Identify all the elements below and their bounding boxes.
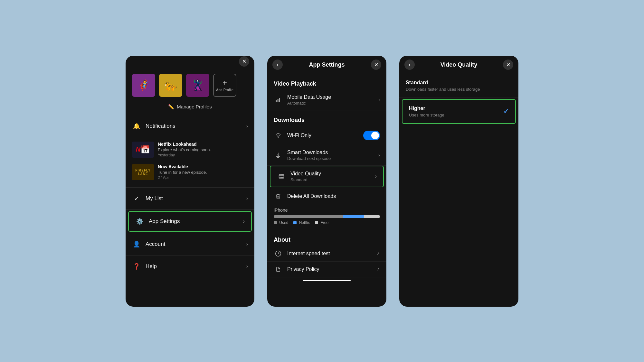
netflix-dot: [293, 221, 297, 224]
storage-section: iPhone Used Netflix Free: [267, 204, 386, 230]
doc-icon: [274, 266, 283, 273]
storage-legend: Used Netflix Free: [274, 220, 380, 225]
wifi-toggle[interactable]: [363, 131, 380, 140]
menu-item-help[interactable]: ❓ Help ›: [126, 257, 254, 276]
external-link-icon-2: ↗: [376, 267, 380, 272]
mobile-data-label: Mobile Data Usage: [287, 94, 378, 100]
internet-speed-label: Internet speed test: [287, 251, 376, 256]
signal-icon: [274, 97, 283, 103]
notif-title-2: Now Available: [158, 164, 248, 169]
delete-downloads-item[interactable]: Delete All Downloads: [267, 189, 386, 204]
pencil-icon: ✏️: [168, 104, 174, 110]
chevron-icon-3: ›: [243, 218, 245, 224]
close-button[interactable]: ✕: [239, 56, 249, 67]
video-quality-text: Video Quality Standard: [290, 171, 375, 182]
mobile-data-sublabel: Automatic: [287, 101, 378, 106]
main-menu-panel: ✕ 🦸 🐆 🦹 + Add Profile ✏️ Manage Profiles: [126, 56, 254, 307]
gear-icon: ⚙️: [135, 217, 144, 226]
quality-standard-desc: Downloads faster and uses less storage: [406, 87, 480, 92]
wifi-only-item[interactable]: Wi-Fi Only: [267, 126, 386, 145]
manage-profiles-label: Manage Profiles: [177, 104, 212, 109]
close-button-2[interactable]: ✕: [371, 60, 381, 70]
panel3-title: Video Quality: [440, 61, 478, 68]
svg-rect-0: [276, 100, 277, 102]
delete-downloads-label: Delete All Downloads: [287, 193, 380, 199]
profile-avatar-2[interactable]: 🐆: [159, 74, 182, 97]
back-button[interactable]: ‹: [272, 60, 283, 70]
notif-title-1: Netflix Lookahead: [158, 142, 248, 147]
manage-profiles-button[interactable]: ✏️ Manage Profiles: [126, 100, 254, 114]
notification-item-1[interactable]: N 📅 Netflix Lookahead Explore what's com…: [126, 138, 254, 161]
help-icon: ❓: [132, 262, 141, 271]
firefly-lane-thumb: FIREFLY LANE: [132, 169, 154, 176]
appsettings-label: App Settings: [149, 218, 243, 225]
divider-5: [126, 255, 254, 255]
bell-icon: 🔔: [132, 122, 141, 131]
used-dot: [274, 221, 277, 224]
download-icon: [274, 152, 283, 158]
check-icon: ✓: [132, 194, 141, 203]
profile-avatar-3[interactable]: 🦹: [186, 74, 209, 97]
video-quality-sublabel: Standard: [290, 177, 375, 182]
panel1-content: 🦸 🐆 🦹 + Add Profile ✏️ Manage Profiles 🔔…: [126, 67, 254, 299]
delete-downloads-text: Delete All Downloads: [287, 193, 380, 199]
close-button-3[interactable]: ✕: [503, 60, 513, 70]
storage-bar: [274, 215, 380, 218]
profile-avatar-1[interactable]: 🦸: [132, 74, 155, 97]
privacy-policy-item[interactable]: Privacy Policy ↗: [267, 262, 386, 277]
internet-speed-item[interactable]: Internet speed test ↗: [267, 246, 386, 262]
panel2-header: ‹ App Settings ✕: [267, 56, 386, 74]
calendar-icon: 📅: [140, 145, 150, 154]
close-icon: ✕: [242, 58, 246, 64]
wifi-only-text: Wi-Fi Only: [287, 133, 363, 138]
close-icon-3: ✕: [506, 62, 510, 68]
smart-downloads-label: Smart Downloads: [287, 150, 378, 155]
back-icon-3: ‹: [409, 62, 410, 68]
divider-3: [126, 209, 254, 210]
notification-item-2[interactable]: FIREFLY LANE Now Available Tune in for a…: [126, 161, 254, 183]
video-quality-label: Video Quality: [290, 171, 375, 177]
chevron-icon-2: ›: [246, 196, 248, 201]
add-profile-button[interactable]: + Add Profile: [213, 74, 236, 97]
app-settings-panel: ‹ App Settings ✕ Video Playback Mobile D…: [267, 56, 386, 307]
legend-used: Used: [274, 220, 288, 225]
checkmark-icon: ✓: [503, 107, 509, 115]
mobile-data-usage-item[interactable]: Mobile Data Usage Automatic ›: [267, 90, 386, 110]
mylist-label: My List: [146, 195, 246, 202]
divider-1: [126, 115, 254, 115]
chevron-settings-1: ›: [378, 97, 380, 103]
speed-icon: [274, 250, 283, 257]
video-quality-item[interactable]: Video Quality Standard ›: [270, 166, 384, 187]
external-link-icon: ↗: [376, 251, 380, 256]
avatar-image-2: 🐆: [159, 74, 182, 97]
privacy-policy-label: Privacy Policy: [287, 266, 376, 272]
panel1-header: ✕: [126, 56, 254, 67]
wifi-only-label: Wi-Fi Only: [287, 133, 363, 138]
quality-option-standard[interactable]: Standard Downloads faster and uses less …: [399, 74, 518, 98]
panel3-content: Standard Downloads faster and uses less …: [399, 74, 518, 306]
person-icon: 👤: [132, 240, 141, 249]
chevron-settings-4: ›: [375, 173, 377, 179]
avatar-image-1: 🦸: [132, 74, 155, 97]
smart-downloads-item[interactable]: Smart Downloads Download next episode ›: [267, 145, 386, 166]
menu-item-mylist[interactable]: ✓ My List ›: [126, 189, 254, 208]
legend-netflix: Netflix: [293, 220, 310, 225]
menu-item-account[interactable]: 👤 Account ›: [126, 235, 254, 254]
legend-free: Free: [315, 220, 328, 225]
storage-used-bar: [274, 215, 343, 218]
avatar-image-3: 🦹: [186, 74, 209, 97]
add-profile-label: Add Profile: [216, 88, 233, 92]
quality-higher-title: Higher: [409, 106, 444, 111]
divider-4: [126, 233, 254, 233]
notif-desc-2: Tune in for a new episode.: [158, 170, 248, 175]
notification-thumb-1: N 📅: [132, 142, 154, 158]
chevron-settings-3: ›: [378, 152, 380, 158]
svg-rect-2: [279, 98, 280, 102]
back-button-3[interactable]: ‹: [404, 60, 415, 70]
quality-option-higher[interactable]: Higher Uses more storage ✓: [402, 99, 516, 124]
menu-item-notifications[interactable]: 🔔 Notifications ›: [126, 116, 254, 136]
menu-item-appsettings[interactable]: ⚙️ App Settings ›: [128, 211, 252, 232]
help-label: Help: [146, 263, 246, 270]
panel2-content: Video Playback Mobile Data Usage Automat…: [267, 74, 386, 306]
about-header: About: [267, 230, 386, 246]
